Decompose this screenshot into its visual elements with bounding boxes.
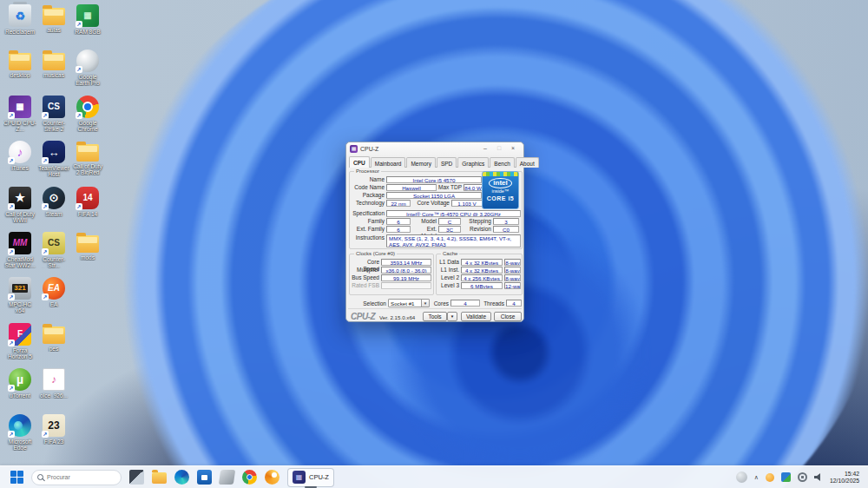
rated-fsb-field	[381, 282, 431, 289]
folder-aulas-icon	[43, 8, 65, 25]
shortcut-arrow-icon: ↗	[8, 431, 15, 438]
desktop-icon-microsoft-edge[interactable]: ↗ Microsoft Edge	[3, 414, 36, 458]
search-input[interactable]	[47, 474, 108, 480]
file-explorer-icon[interactable]	[152, 472, 167, 484]
desktop-icon-cheatmod[interactable]: MM ↗ CheatMod Star WW2...	[3, 232, 36, 275]
desktop-icon-label: Microsoft Edge	[3, 439, 36, 451]
desktop-icon-label: iTunes	[3, 165, 36, 171]
desktop-icon-folder-desktop[interactable]: desktop	[3, 49, 36, 93]
revision-field: C0	[493, 226, 519, 233]
desktop-icon-itunes[interactable]: ♪ ↗ iTunes	[3, 141, 36, 184]
ram-kit-icon: ▦ ↗	[76, 4, 99, 27]
desktop-icon-folder-mods[interactable]: mods	[71, 232, 104, 275]
family-field: 6	[386, 218, 411, 225]
tab-mainboard[interactable]: Mainboard	[371, 157, 406, 168]
desktop-icon-forza-horizon-5[interactable]: F ↗ Forza Horizon 5	[3, 323, 36, 366]
microsoft-edge-icon: ↗	[9, 414, 31, 437]
cpu-name-field: Intel Core i5 4570	[386, 176, 482, 183]
desktop-icon-mpc-hc[interactable]: 321 ↗ MPC-HC x64	[3, 277, 36, 320]
desktop-icon-fifa-14[interactable]: 14 ↗ FIFA 14	[71, 187, 104, 230]
tray-orange-icon[interactable]	[766, 473, 774, 482]
cpuz-window-title: CPU-Z	[360, 146, 478, 152]
minimize-button[interactable]: –	[478, 144, 492, 154]
cpuz-taskbar-button[interactable]: ▦ CPU-Z	[287, 468, 334, 487]
version-text: Ver. 2.15.0.x64	[379, 314, 415, 320]
validate-button[interactable]: Validate	[461, 312, 491, 321]
specification-field: Intel® Core™ i5-4570 CPU @ 3.20GHz	[386, 210, 521, 217]
tab-bench[interactable]: Bench	[490, 157, 514, 168]
desktop-icon-utorrent[interactable]: µ ↗ uTorrent	[3, 368, 36, 412]
code-name-field: Haswell	[386, 184, 437, 191]
shortcut-arrow-icon: ↗	[42, 112, 49, 119]
taskbar-clock[interactable]: 15:42 12/10/2025	[830, 471, 859, 485]
tray-settings-icon[interactable]	[798, 472, 807, 482]
shortcut-arrow-icon: ↗	[8, 203, 15, 210]
search-box[interactable]	[31, 470, 122, 485]
desktop-icon-folder-pes[interactable]: pes	[37, 323, 70, 366]
start-button[interactable]	[10, 471, 23, 484]
tab-graphics[interactable]: Graphics	[457, 157, 489, 168]
tab-memory[interactable]: Memory	[406, 157, 435, 168]
desktop-icon-ram-kit[interactable]: ▦ ↗ RAM 8GB	[71, 4, 104, 48]
desktop-icon-fifa-23[interactable]: 23 ↗ FIFA 23	[37, 414, 70, 458]
utorrent-icon: µ ↗	[9, 368, 31, 391]
shortcut-arrow-icon: ↗	[42, 157, 49, 164]
cpuz-titlebar[interactable]: ▦ CPU-Z – □ ×	[346, 142, 523, 155]
core-speed-field: 3593.14 MHz	[381, 259, 431, 266]
shortcut-arrow-icon: ↗	[76, 21, 82, 28]
task-view-icon[interactable]	[129, 470, 144, 485]
edge-icon[interactable]	[174, 470, 189, 485]
desktop-icon-teamviewer-host[interactable]: ↔ ↗ TeamViewer Host	[37, 141, 70, 184]
close-button[interactable]: ×	[506, 144, 520, 154]
desktop-icon-recycle-bin[interactable]: ♻ Reciclagem	[3, 4, 36, 48]
microsoft-store-icon[interactable]	[197, 470, 212, 485]
steam-icon: ⊙ ↗	[43, 187, 65, 209]
desktop-icon-counter-strike-2[interactable]: CS ↗ Counter-Strike 2	[37, 96, 70, 139]
socket-selector[interactable]: Socket #1 ▼	[388, 299, 430, 307]
onedrive-tray-icon[interactable]	[736, 472, 747, 483]
tab-about[interactable]: About	[516, 157, 539, 168]
desktop-icon-label: Google Chrome	[71, 120, 104, 132]
shortcut-arrow-icon: ↗	[42, 203, 49, 210]
desktop-icon-label: Counter-Strike 2	[37, 120, 70, 132]
mpc-hc-icon: 321 ↗	[9, 277, 31, 300]
tray-network-icon[interactable]	[781, 472, 791, 482]
desktop-icon-cpuid-cpu-z[interactable]: ▦ ↗ CPUID CPU-Z...	[3, 96, 36, 139]
clock-date: 12/10/2025	[830, 478, 859, 485]
desktop-icon-label: uTorrent	[3, 392, 36, 399]
tray-chevron-icon[interactable]: ∧	[754, 474, 759, 481]
desktop-icon-ea-app[interactable]: EA ↗ EA	[37, 277, 70, 320]
desktop-icon-label: Google Earth Pro	[71, 74, 104, 86]
desktop-icon-google-chrome[interactable]: ↗ Google Chrome	[71, 96, 104, 139]
tab-spd[interactable]: SPD	[437, 157, 457, 168]
shortcut-arrow-icon: ↗	[42, 431, 49, 438]
chrome-icon[interactable]	[242, 470, 257, 485]
desktop-icon-folder-musicas[interactable]: musicas	[37, 49, 70, 93]
desktop-icon-folder-aulas[interactable]: aulas	[37, 4, 70, 48]
wallet-app-icon[interactable]	[219, 470, 235, 485]
desktop-icon-call-of-duty-wwii[interactable]: ★ ↗ Call of Duty WWII	[3, 187, 36, 230]
folder-pes-icon	[43, 326, 65, 344]
shortcut-arrow-icon: ↗	[8, 157, 15, 164]
close-window-button[interactable]: Close	[494, 312, 522, 321]
tools-button[interactable]: Tools	[423, 312, 447, 321]
desktop-icon-ipa-file[interactable]: ♪ olce_926...	[37, 368, 70, 412]
recycle-bin-icon: ♻	[9, 4, 31, 27]
desktop-icon-google-earth-pro[interactable]: ↗ Google Earth Pro	[71, 49, 104, 93]
orange-app-icon[interactable]	[265, 470, 279, 485]
desktop-icon-label: musicas	[37, 72, 70, 78]
desktop-icon-counter-strike-condition-zero[interactable]: CS ↗ Counter-Str... Conditio...	[37, 232, 70, 275]
tools-dropdown-button[interactable]: ▼	[447, 312, 457, 321]
volume-icon[interactable]	[814, 473, 823, 481]
tab-cpu[interactable]: CPU	[349, 156, 370, 168]
desktop-icon-folder-cod2[interactable]: Call of Duty 2 BigRed On...	[71, 141, 104, 184]
shortcut-arrow-icon: ↗	[8, 340, 15, 346]
shortcut-arrow-icon: ↗	[8, 112, 15, 119]
intel-core-i5-badge: intel inside™ CORE i5	[482, 171, 519, 209]
desktop-icon-label: FIFA 14	[71, 211, 104, 217]
cpuid-cpu-z-icon: ▦ ↗	[9, 96, 31, 118]
folder-cod2-icon	[76, 144, 99, 162]
desktop-icon-steam[interactable]: ⊙ ↗ Steam	[37, 187, 70, 230]
chevron-down-icon[interactable]: ▼	[421, 300, 429, 307]
ext-family-field: 6	[386, 226, 411, 233]
